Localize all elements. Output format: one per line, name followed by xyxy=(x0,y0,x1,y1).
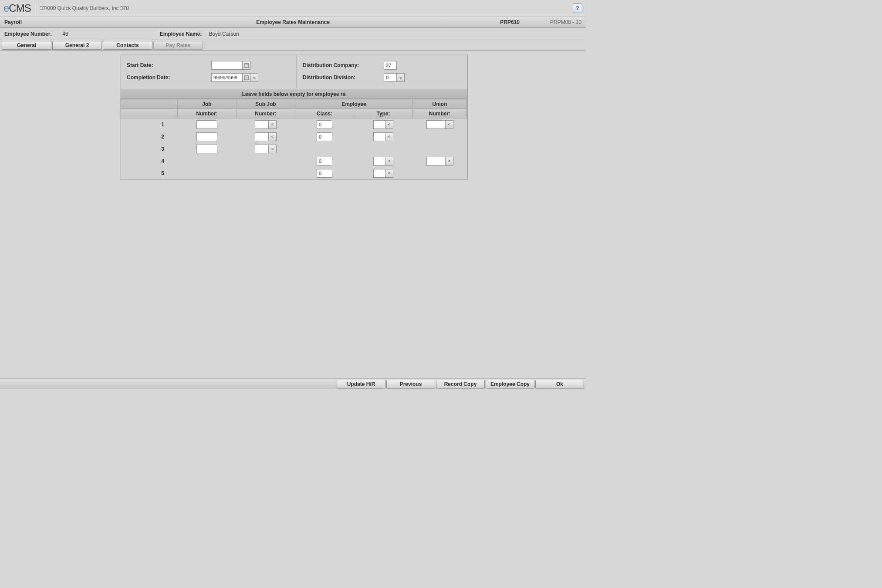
row-index: 5 xyxy=(121,167,178,179)
sub-emptype: Type: xyxy=(354,109,413,118)
table-row: 3 < xyxy=(121,143,467,155)
completion-date-label: Completion Date: xyxy=(127,74,201,81)
calendar-icon[interactable] xyxy=(243,61,250,70)
job-number-input[interactable] xyxy=(196,132,217,141)
separator xyxy=(35,3,36,14)
app-logo: eCMS xyxy=(3,2,31,14)
main-panel: Start Date: Completion Date: < Distribut… xyxy=(120,54,468,180)
svg-rect-4 xyxy=(244,76,249,80)
table-row: 5 < xyxy=(121,167,467,179)
employee-name-label: Employee Name: xyxy=(160,31,202,37)
sub-jobnum: Number: xyxy=(178,109,237,118)
screen-code: PRPM08 - 10 xyxy=(550,19,581,25)
union-number-input[interactable] xyxy=(426,157,446,166)
lookup-icon[interactable]: < xyxy=(269,132,277,141)
previous-button[interactable]: Previous xyxy=(386,380,435,389)
tab-general[interactable]: General xyxy=(2,41,51,50)
employee-copy-button[interactable]: Employee Copy xyxy=(486,380,534,389)
tab-contacts[interactable]: Contacts xyxy=(103,41,152,50)
ok-button[interactable]: Ok xyxy=(535,380,584,389)
tab-pay-rates[interactable]: Pay Rates xyxy=(153,41,203,50)
lookup-icon[interactable]: < xyxy=(269,120,277,129)
row-index: 2 xyxy=(121,131,178,143)
row-index: 4 xyxy=(121,155,178,167)
panel-top: Start Date: Completion Date: < Distribut… xyxy=(121,55,467,88)
help-button[interactable]: ? xyxy=(573,3,582,13)
lookup-icon[interactable]: < xyxy=(385,169,393,178)
job-number-input[interactable] xyxy=(196,120,217,129)
calendar-icon[interactable] xyxy=(243,73,250,82)
employee-type-input[interactable] xyxy=(373,169,385,178)
col-subjob: Sub Job xyxy=(237,99,295,109)
logo-e: e xyxy=(3,2,9,14)
completion-date-input[interactable] xyxy=(211,73,243,82)
sub-blank xyxy=(121,109,178,118)
svg-rect-0 xyxy=(244,64,249,68)
info-bar: Employee Number: 46 Employee Name: Boyd … xyxy=(0,28,586,40)
program-code: PRP610 xyxy=(500,19,520,25)
start-date-input[interactable] xyxy=(211,61,243,70)
top-bar: eCMS 37/000 Quick Quality Builders, Inc … xyxy=(0,0,586,17)
employee-name-value: Boyd Carson xyxy=(209,31,239,37)
title-bar: Payroll Employee Rates Maintenance PRP61… xyxy=(0,17,586,28)
employee-type-input[interactable] xyxy=(373,157,385,166)
employee-number-label: Employee Number: xyxy=(4,31,52,37)
button-bar: Update H/R Previous Record Copy Employee… xyxy=(0,378,586,389)
logo-rest: CMS xyxy=(9,2,30,14)
update-hr-button[interactable]: Update H/R xyxy=(337,380,385,389)
table-row: 2 < < xyxy=(121,131,467,143)
lookup-icon[interactable]: < xyxy=(269,145,277,153)
page-title: Employee Rates Maintenance xyxy=(0,19,586,25)
employee-class-input[interactable] xyxy=(317,157,332,166)
lookup-icon[interactable]: < xyxy=(446,120,453,129)
lookup-icon[interactable]: < xyxy=(385,132,393,141)
employee-type-input[interactable] xyxy=(373,120,385,129)
help-icon: ? xyxy=(576,5,579,11)
rates-grid: Job Sub Job Employee Union Number: Numbe… xyxy=(121,99,467,179)
lookup-icon[interactable]: < xyxy=(397,73,405,82)
job-number-input[interactable] xyxy=(196,145,217,153)
tab-row: General General 2 Contacts Pay Rates xyxy=(0,40,586,51)
sub-empclass: Class: xyxy=(295,109,354,118)
module-name: Payroll xyxy=(4,19,22,25)
sub-subjobnum: Number: xyxy=(237,109,295,118)
employee-class-input[interactable] xyxy=(317,120,332,129)
lookup-icon[interactable]: < xyxy=(385,120,393,129)
panel-top-left: Start Date: Completion Date: < xyxy=(121,55,297,88)
subjob-number-input[interactable] xyxy=(255,132,269,141)
dist-division-label: Distribution Division: xyxy=(303,74,384,81)
table-row: 1 < < < xyxy=(121,118,467,131)
row-index: 1 xyxy=(121,118,178,131)
employee-type-input[interactable] xyxy=(373,132,385,141)
employee-number-value: 46 xyxy=(62,31,68,37)
dist-division-input[interactable] xyxy=(384,73,397,82)
union-number-input[interactable] xyxy=(426,120,446,129)
table-row: 4 < < xyxy=(121,155,467,167)
dist-company-input[interactable] xyxy=(384,61,397,70)
tab-general2[interactable]: General 2 xyxy=(52,41,102,50)
lookup-icon[interactable]: < xyxy=(446,157,453,166)
lookup-icon[interactable]: < xyxy=(250,73,258,82)
row-index: 3 xyxy=(121,143,178,155)
panel-top-right: Distribution Company: Distribution Divis… xyxy=(297,55,467,88)
record-copy-button[interactable]: Record Copy xyxy=(436,380,485,389)
section-banner: Leave fields below empty for employee ra xyxy=(121,88,467,99)
col-job: Job xyxy=(178,99,237,109)
lookup-icon[interactable]: < xyxy=(385,157,393,166)
subjob-number-input[interactable] xyxy=(255,120,269,129)
subjob-number-input[interactable] xyxy=(255,145,269,153)
col-blank xyxy=(121,99,178,109)
company-info: 37/000 Quick Quality Builders, Inc 370 xyxy=(40,5,129,11)
sub-unionnum: Number: xyxy=(413,109,467,118)
employee-class-input[interactable] xyxy=(317,169,332,178)
start-date-label: Start Date: xyxy=(127,62,201,68)
col-union: Union xyxy=(413,99,467,109)
employee-class-input[interactable] xyxy=(317,132,332,141)
dist-company-label: Distribution Company: xyxy=(303,62,384,68)
col-employee: Employee xyxy=(295,99,413,109)
